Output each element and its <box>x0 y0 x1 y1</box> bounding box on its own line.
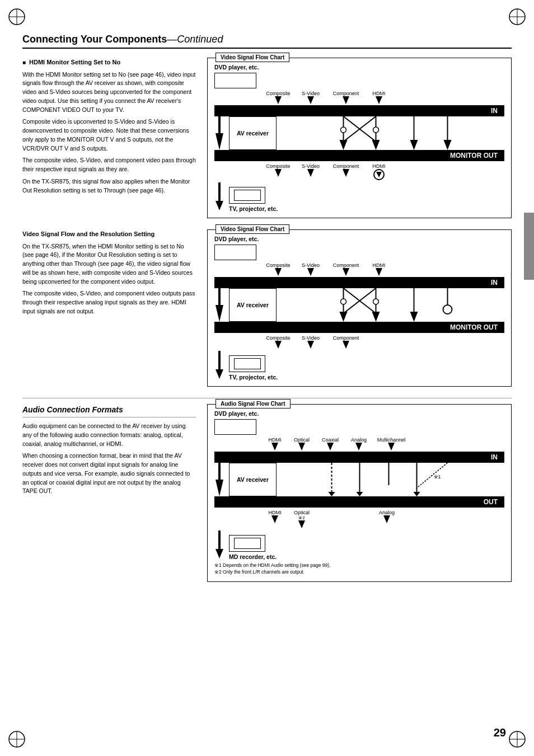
svg-marker-15 <box>376 96 382 104</box>
chart3-footnotes: ※1 Depends on the HDMI Audio setting (se… <box>214 562 504 576</box>
chart3-box: Audio Signal Flow Chart DVD player, etc.… <box>207 404 512 582</box>
chart3-bar-in: IN <box>214 452 504 463</box>
chart1-av-label: AV receiver <box>229 116 277 150</box>
chart3-sig-coaxial: Coaxial <box>322 437 339 443</box>
svg-rect-17 <box>218 116 221 134</box>
svg-text:※1: ※1 <box>434 474 441 480</box>
svg-marker-39 <box>376 268 382 276</box>
svg-marker-35 <box>216 201 223 210</box>
svg-point-51 <box>443 305 452 314</box>
svg-marker-75 <box>271 515 278 523</box>
svg-marker-54 <box>275 341 282 349</box>
svg-rect-57 <box>218 351 221 370</box>
svg-marker-49 <box>410 312 418 322</box>
chart1-sig-svideo: S-Video <box>302 91 320 96</box>
svg-marker-27 <box>444 140 452 150</box>
svg-marker-13 <box>307 96 314 104</box>
chart2-sig-hdmi: HDMI <box>373 262 386 268</box>
chart3-sig-multichannel: Multichannel <box>377 437 406 443</box>
chart2-out-svideo: S-Video <box>302 335 320 341</box>
chart1-container: Video Signal Flow Chart DVD player, etc.… <box>207 58 512 218</box>
chart3-out-hdmi: HDMI <box>269 510 282 515</box>
section2-p1: On the TX-SR875, when the HDMI Monitor s… <box>22 242 196 287</box>
svg-marker-67 <box>329 492 335 496</box>
section-divider <box>22 398 512 398</box>
section3-text: Audio Connection Formats Audio equipment… <box>22 404 196 582</box>
chart3-container: Audio Signal Flow Chart DVD player, etc.… <box>207 404 512 582</box>
chart3-md-rect <box>229 535 265 552</box>
chart3-sig-hdmi: HDMI <box>269 437 282 443</box>
chart1-dvd-label: DVD player, etc. <box>214 64 504 71</box>
svg-marker-31 <box>307 169 314 177</box>
svg-rect-34 <box>218 182 221 202</box>
chart2-sig-composite: Composite <box>266 262 290 268</box>
chart3-sig-optical: Optical <box>294 437 310 443</box>
section2-text: Video Signal Flow and the Resolution Set… <box>22 229 196 387</box>
title-text: Connecting Your Components <box>22 34 167 45</box>
chart1-sig-component: Component <box>333 91 359 96</box>
svg-marker-56 <box>343 341 349 349</box>
chart1-sig-composite: Composite <box>266 91 290 96</box>
chart2-sig-svideo: S-Video <box>302 262 320 268</box>
section3-p2: When choosing a connection format, bear … <box>22 452 196 496</box>
svg-point-52 <box>341 299 346 304</box>
svg-marker-58 <box>216 369 223 379</box>
chart2-title: Video Signal Flow Chart <box>216 224 289 234</box>
svg-marker-72 <box>414 492 420 496</box>
svg-marker-62 <box>355 443 362 450</box>
chart1-tv-rect <box>229 187 265 204</box>
chart1-bar-in: IN <box>214 105 504 116</box>
chart3-title: Audio Signal Flow Chart <box>216 399 291 408</box>
svg-marker-77 <box>383 515 390 523</box>
chart1-tv-label: TV, projector, etc. <box>229 205 278 212</box>
svg-marker-33 <box>376 172 382 177</box>
section3-p1: Audio equipment can be connected to the … <box>22 422 196 448</box>
chart1-bar-monitor-out: MONITOR OUT <box>214 150 504 161</box>
chart2-sig-component: Component <box>333 262 359 268</box>
chart2-out-component: Component <box>333 335 359 341</box>
section1-p3: The composite video, S-Video, and compon… <box>22 156 196 174</box>
svg-rect-78 <box>218 530 221 550</box>
svg-marker-60 <box>298 443 305 450</box>
svg-marker-16 <box>216 133 223 150</box>
section3-heading: Audio Connection Formats <box>22 404 196 417</box>
chart2-box: Video Signal Flow Chart DVD player, etc.… <box>207 229 512 387</box>
svg-marker-55 <box>307 341 314 349</box>
svg-line-73 <box>417 463 448 488</box>
svg-marker-63 <box>388 443 395 450</box>
dvd-rect-3 <box>214 419 256 435</box>
chart2-dvd-label: DVD player, etc. <box>214 236 504 242</box>
svg-marker-30 <box>275 169 282 177</box>
chart3-sig-analog: Analog <box>351 437 367 443</box>
svg-rect-41 <box>218 288 221 306</box>
chart2-container: Video Signal Flow Chart DVD player, etc.… <box>207 229 512 387</box>
svg-marker-69 <box>357 492 363 496</box>
svg-point-29 <box>373 127 379 133</box>
svg-marker-38 <box>343 268 349 276</box>
section1-p1: With the HDMI Monitor setting set to No … <box>22 71 196 115</box>
chart2-av-label: AV receiver <box>229 288 277 322</box>
chart1-title: Video Signal Flow Chart <box>216 53 289 62</box>
dvd-rect-2 <box>214 245 256 260</box>
chart2-bar-monitor-out: MONITOR OUT <box>214 322 504 333</box>
chart2-out-composite: Composite <box>266 335 290 341</box>
dvd-rect-1 <box>214 73 256 88</box>
chart3-av-label: AV receiver <box>229 463 277 496</box>
chart3-md-label: MD recorder, etc. <box>229 553 277 560</box>
footnote2: ※2 Only the front L/R channels are outpu… <box>214 569 504 576</box>
chart1-out-svideo: S-Video <box>302 163 320 169</box>
chart1-out-component: Component <box>333 163 359 169</box>
section2-heading: Video Signal Flow and the Resolution Set… <box>22 229 196 239</box>
svg-marker-61 <box>327 443 334 450</box>
chart1-sig-hdmi: HDMI <box>373 91 386 96</box>
svg-marker-12 <box>275 96 282 104</box>
chart1-out-hdmi: HDMI <box>373 163 386 169</box>
svg-marker-40 <box>216 305 223 322</box>
chart1-box: Video Signal Flow Chart DVD player, etc.… <box>207 58 512 218</box>
page-number: 29 <box>494 726 506 739</box>
chart2-tv-rect <box>229 355 265 372</box>
section1-p2: Composite video is upconverted to S-Vide… <box>22 118 196 153</box>
footnote1: ※1 Depends on the HDMI Audio setting (se… <box>214 562 504 569</box>
chart1-out-composite: Composite <box>266 163 290 169</box>
section1-p4: On the TX-SR875, this signal flow also a… <box>22 177 196 195</box>
